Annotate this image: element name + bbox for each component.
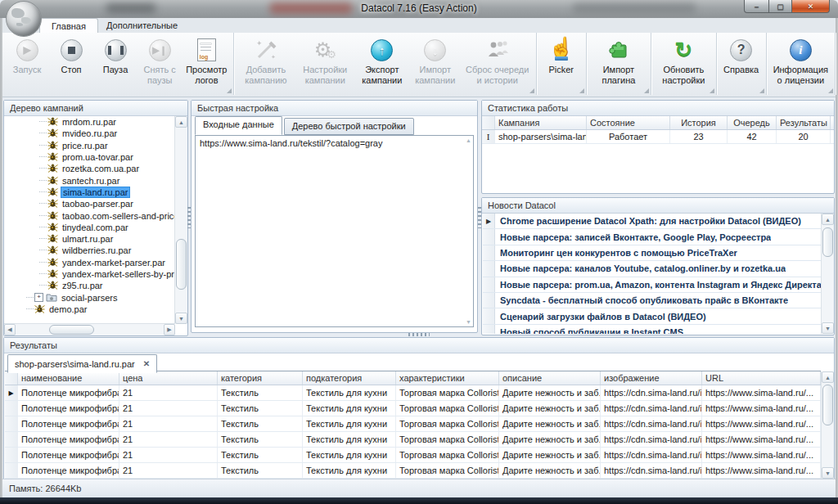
tree-item[interactable]: yandex-market-parser.par (5, 257, 174, 268)
scroll-right-icon[interactable]: ▶ (164, 324, 175, 335)
results-scrollbar[interactable]: ▲ ▼ (821, 371, 834, 479)
tree-item[interactable]: demo.par (5, 304, 174, 315)
scroll-up-icon[interactable]: ▲ (822, 371, 834, 383)
tree-item[interactable]: z95.ru.par (5, 280, 174, 291)
tree-item[interactable]: sima-land.ru.par (5, 187, 174, 198)
statistics-column-header[interactable]: Состояние (587, 116, 670, 129)
ribbon-button-label: Picker (548, 65, 574, 75)
tree-item[interactable]: tinydeal.com.par (5, 222, 174, 233)
ribbon-button-export-up[interactable]: ↑Экспорт кампании (355, 34, 409, 95)
scroll-down-icon[interactable]: ▼ (822, 322, 834, 334)
news-item[interactable]: Syncdata - бесплатный способ опубликоват… (483, 293, 821, 308)
results-column-header[interactable]: цена (119, 371, 218, 385)
news-item[interactable]: Мониторинг цен конкурентов с помощью Pri… (483, 245, 821, 261)
ribbon-button-plugin-puzzle[interactable]: Импорт плагина (589, 34, 648, 95)
maximize-button[interactable]: ▢ (769, 0, 792, 13)
export-up-icon: ↑ (371, 37, 393, 63)
input-data-textarea[interactable]: https://www.sima-land.ru/tekstil/?catalo… (195, 135, 474, 327)
news-item[interactable]: Новые парсера: prom.ua, Amazon, контента… (483, 277, 821, 293)
results-column-header[interactable]: изображение (601, 371, 702, 385)
results-gutter (5, 448, 18, 462)
ribbon-tab-strip: Главная Дополнительные (2, 18, 836, 34)
results-column-header[interactable]: описание (499, 371, 601, 385)
spider-icon (47, 151, 58, 163)
statistics-row[interactable]: Ishop-parsers\sima-land....Работает23422… (482, 130, 834, 144)
results-column-header[interactable]: наименование (18, 371, 119, 385)
scroll-left-icon[interactable]: ◀ (4, 324, 16, 335)
tree-item[interactable]: taobao-parser.par (5, 198, 174, 209)
ribbon-button-help[interactable]: ?Справка (719, 34, 764, 95)
results-row[interactable]: ▶Полотенце микрофибра ...21ТекстильТекст… (5, 385, 821, 401)
statistics-column-header[interactable]: Очередь (728, 116, 777, 129)
results-row[interactable]: Полотенце микрофибра ...21ТекстильТексти… (5, 463, 821, 479)
news-item[interactable]: Новые парсера: записей Вконтакте, Google… (483, 229, 821, 245)
statistics-column-header[interactable]: История (670, 116, 728, 129)
news-scrollbar[interactable]: ▲ ▼ (821, 214, 834, 334)
results-cell: Текстиль для кухни (303, 401, 396, 416)
news-item[interactable]: Новый способ публикации в Instant CMS (483, 325, 821, 334)
results-cell: https://cdn.sima-land.ru/i... (601, 463, 702, 478)
tree-item[interactable]: wildberries.ru.par (5, 245, 174, 256)
tree-item[interactable]: price.ru.par (5, 140, 174, 151)
tree-scroll-thumb[interactable] (176, 239, 187, 290)
tab-input-data[interactable]: Входные данные (195, 116, 282, 135)
results-column-header[interactable]: характеристики (396, 371, 499, 385)
tab-quick-setup-tree[interactable]: Дерево быстрой настройки (284, 118, 414, 135)
scroll-up-icon[interactable]: ▲ (822, 214, 834, 225)
tree-item[interactable]: rozetka.com.ua.par (5, 163, 174, 174)
results-tab[interactable]: shop-parsers\sima-land.ru.par ✕ (7, 354, 157, 373)
app-globe-icon[interactable] (6, 1, 42, 37)
statistics-column-header[interactable]: Результаты (777, 116, 831, 129)
results-row[interactable]: Полотенце микрофибра ...21ТекстильТексти… (5, 448, 821, 463)
tree-item[interactable]: mvideo.ru.par (5, 128, 174, 139)
tab-glavnaya[interactable]: Главная (39, 18, 98, 34)
title-bar[interactable]: Datacol 7.16 (Easy Action) (0, 0, 838, 18)
minimize-button[interactable]: – (744, 0, 769, 13)
results-column-header[interactable]: URL (702, 371, 821, 385)
import-down-icon: ↓ (424, 37, 446, 63)
tree-item[interactable]: ulmart.ru.par (5, 233, 174, 245)
tree-item[interactable]: mrdom.ru.par (5, 116, 174, 128)
results-column-header[interactable]: категория (218, 371, 303, 385)
splitter-horizontal[interactable] (408, 333, 430, 336)
results-row[interactable]: Полотенце микрофибра ...21ТекстильТексти… (5, 432, 821, 448)
news-scroll-thumb[interactable] (822, 227, 833, 257)
results-gutter (5, 416, 18, 431)
campaign-tree-panel: Дерево кампаний mrdom.ru.parmvideo.ru.pa… (3, 100, 188, 336)
ribbon-button-license-info[interactable]: iИнформация о лицензии (769, 34, 832, 95)
ribbon-button-picker-hand[interactable]: ☝Picker (539, 34, 583, 95)
ribbon-button-pause[interactable]: Пауза (93, 34, 137, 95)
scroll-down-icon[interactable]: ▼ (175, 313, 187, 324)
scroll-down-icon[interactable]: ▼ (822, 467, 834, 479)
tree-horizontal-scrollbar[interactable]: ◀ ▶ (4, 323, 175, 335)
tree-item[interactable]: taobao.com-sellers-and-prices-b (5, 209, 174, 221)
results-scroll-thumb[interactable] (822, 385, 833, 425)
results-column-header[interactable]: подкатегория (303, 371, 396, 385)
news-item[interactable]: Новые парсера: каналов Youtube, catalog.… (483, 261, 821, 277)
close-button[interactable]: ✕ (792, 0, 830, 13)
tab-dopolnitelnye[interactable]: Дополнительные (95, 18, 189, 33)
ribbon-button-log-document[interactable]: logПросмотр логов (182, 34, 231, 95)
textarea-scroll-up-icon[interactable]: ▲ (466, 137, 471, 143)
news-item[interactable]: ▶Chrome расширение Datacol Xpath: для на… (483, 214, 821, 229)
results-row[interactable]: Полотенце микрофибра ...21ТекстильТексти… (5, 401, 821, 416)
ribbon-button-stop[interactable]: Стоп (49, 34, 93, 95)
statistics-cell: 23 (670, 130, 728, 143)
textarea-scroll-down-icon[interactable]: ▼ (466, 319, 471, 325)
scroll-up-icon[interactable]: ▲ (175, 116, 187, 128)
statistics-cell: shop-parsers\sima-land.... (495, 130, 587, 143)
tree-expander-icon[interactable]: + (34, 293, 43, 302)
tree-vertical-scrollbar[interactable]: ▲ ▼ (174, 116, 187, 324)
tree-item[interactable]: +social-parsers (5, 291, 174, 303)
tree-hscroll-thumb[interactable] (49, 325, 94, 335)
statistics-column-header[interactable]: Кампания (495, 116, 587, 129)
tree-item[interactable]: yandex-market-sellers-by-priceli (5, 268, 174, 280)
tree-item[interactable]: prom.ua-tovar.par (5, 151, 174, 163)
tab-close-icon[interactable]: ✕ (143, 359, 150, 368)
news-item[interactable]: Сценарий загрузки файлов в Datacol (ВИДЕ… (483, 308, 821, 324)
ribbon-button-refresh[interactable]: ↻Обновить настройки (654, 34, 713, 95)
svg-text:✦: ✦ (271, 54, 276, 60)
tree-item[interactable]: santech.ru.par (5, 174, 174, 186)
results-row[interactable]: Полотенце микрофибра ...21ТекстильТексти… (5, 416, 821, 432)
tree-connector (39, 250, 47, 251)
